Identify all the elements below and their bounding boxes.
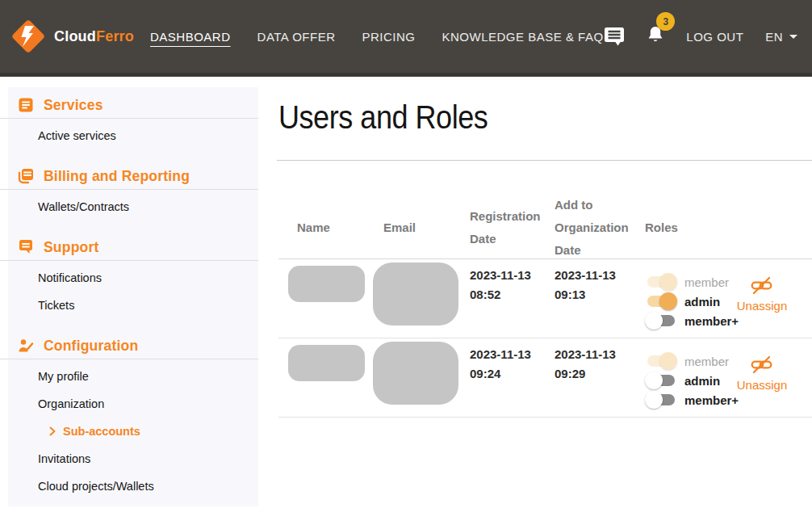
sidebar-item-tickets[interactable]: Tickets (38, 296, 258, 315)
column-header-add-to-organization-date: Add to Organization Date (536, 194, 626, 262)
notifications-bell[interactable]: 3 (647, 25, 664, 48)
sidebar-item-sub-accounts[interactable]: Sub-accounts (48, 422, 258, 441)
section-title: Billing and Reporting (44, 168, 190, 185)
sidebar-item-wallets-contracts[interactable]: Wallets/Contracts (38, 197, 258, 216)
role-toggle-member-plus[interactable] (645, 312, 677, 330)
column-header-registration-date: Registration Date (451, 205, 536, 250)
brand-ferro: Ferro (96, 28, 134, 44)
sidebar-item-organization[interactable]: Organization (38, 394, 258, 414)
main-content: Users and Roles Name Email Registration … (278, 77, 812, 418)
table-row: 2023-11-13 08:52 2023-11-13 09:13 member… (278, 259, 812, 338)
sidebar-section-billing: Billing and Reporting (18, 166, 258, 186)
sidebar-divider (0, 260, 258, 261)
language-value: EN (765, 30, 783, 44)
column-header-roles: Roles (626, 216, 712, 239)
support-icon (18, 239, 34, 255)
unassign-label: Unassign (737, 299, 788, 313)
roles-cell: member admin member+ (626, 338, 712, 417)
page-title: Users and Roles (278, 99, 759, 136)
unassign-label: Unassign (737, 378, 788, 392)
sidebar-section-services: Services (18, 95, 258, 115)
role-toggle-member[interactable] (645, 352, 677, 370)
link-slash-icon (751, 354, 772, 376)
chevron-right-icon (48, 426, 57, 436)
nav-data-offer[interactable]: DATA OFFER (257, 30, 336, 44)
link-slash-icon (751, 275, 772, 296)
billing-icon (18, 168, 34, 184)
topbar: CloudFerro DASHBOARD DATA OFFER PRICING … (0, 0, 812, 77)
topbar-right: 3 LOG OUT EN (604, 25, 797, 48)
chevron-down-icon (789, 35, 797, 39)
brand-name: CloudFerro (54, 28, 134, 45)
sidebar-divider (0, 359, 258, 359)
nav-knowledge-base[interactable]: KNOWLEDGE BASE & FAQ (442, 30, 604, 44)
section-title: Support (44, 239, 98, 256)
sidebar-section-configuration: Configuration (18, 336, 258, 355)
sidebar-item-notifications[interactable]: Notifications (38, 268, 258, 288)
role-toggle-member-plus[interactable] (645, 391, 677, 409)
user-edit-icon (18, 338, 34, 354)
brand-cloud: Cloud (54, 28, 96, 44)
registration-date-cell: 2023-11-13 08:52 (451, 259, 536, 338)
roles-cell: member admin member+ (626, 259, 712, 338)
nav-dashboard[interactable]: DASHBOARD (150, 30, 231, 44)
column-header-email: Email (365, 216, 451, 239)
redacted-email-value (373, 342, 458, 405)
role-toggle-member[interactable] (645, 273, 677, 291)
redacted-name-value (288, 266, 365, 302)
redacted-email-value (373, 262, 458, 326)
table-row: 2023-11-13 09:24 2023-11-13 09:29 member… (278, 338, 812, 418)
sidebar-item-active-services[interactable]: Active services (38, 126, 258, 145)
add-to-organization-date-cell: 2023-11-13 09:13 (536, 259, 626, 338)
logout-button[interactable]: LOG OUT (686, 30, 743, 44)
section-title: Configuration (44, 338, 138, 355)
sidebar-section-support: Support (18, 237, 258, 257)
redacted-name-value (288, 345, 365, 381)
cloudferro-logo-icon (10, 18, 47, 55)
sidebar-item-cloud-projects-wallets[interactable]: Cloud projects/Wallets (38, 477, 258, 496)
messages-icon[interactable] (604, 27, 625, 47)
sidebar-divider (0, 118, 258, 119)
sidebar: Services Active services Billing and Rep… (8, 87, 258, 506)
unassign-button[interactable]: Unassign (737, 259, 788, 338)
services-icon (18, 97, 34, 113)
sidebar-item-invitations[interactable]: Invitations (38, 449, 258, 468)
role-toggle-admin[interactable] (645, 372, 677, 389)
table-header-row: Name Email Registration Date Add to Orga… (278, 161, 812, 259)
unassign-button[interactable]: Unassign (737, 338, 788, 417)
notification-count-badge: 3 (656, 12, 675, 31)
add-to-organization-date-cell: 2023-11-13 09:29 (536, 338, 626, 417)
column-header-name: Name (278, 216, 365, 239)
section-title: Services (44, 97, 103, 114)
sidebar-divider (0, 189, 258, 190)
registration-date-cell: 2023-11-13 09:24 (451, 338, 536, 417)
language-selector[interactable]: EN (765, 30, 797, 44)
nav-pricing[interactable]: PRICING (362, 30, 416, 44)
cloudferro-logo[interactable]: CloudFerro (10, 18, 134, 55)
top-navigation: DASHBOARD DATA OFFER PRICING KNOWLEDGE B… (150, 30, 604, 44)
role-toggle-admin[interactable] (645, 292, 677, 310)
sidebar-item-my-profile[interactable]: My profile (38, 367, 258, 386)
